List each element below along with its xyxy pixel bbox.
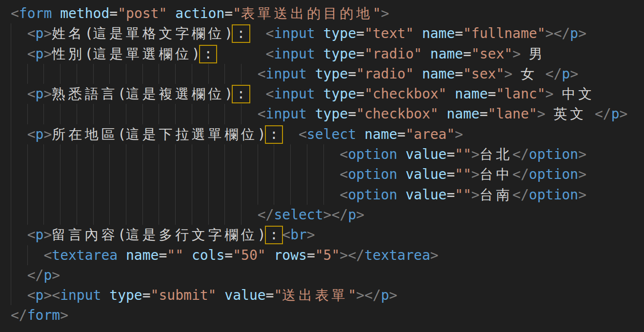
code-token: name <box>422 25 455 41</box>
code-token: " <box>274 287 282 303</box>
code-line[interactable]: </p> <box>11 265 644 285</box>
code-token: value <box>405 146 446 162</box>
code-token: </ <box>512 187 529 203</box>
code-token: > <box>381 5 389 21</box>
code-token: 台南 <box>480 187 512 203</box>
code-token: = <box>109 5 118 21</box>
code-token: input <box>60 287 101 303</box>
code-line[interactable]: <form method="post" action="表單送出的目的地"> <box>11 3 644 23</box>
code-line[interactable]: <p>熟悉語言(這是複選欄位): <input type="checkbox" … <box>11 84 644 104</box>
code-line[interactable]: <textarea name="" cols="50" rows="5"></t… <box>11 245 644 265</box>
code-token: < <box>340 166 348 182</box>
code-token: cols <box>192 247 224 263</box>
code-token <box>167 5 175 21</box>
code-token: "submit" <box>151 287 217 303</box>
code-token <box>118 247 126 263</box>
code-token: "sex" <box>463 66 504 82</box>
code-token: 表單送出的目的地 <box>241 5 373 21</box>
code-line[interactable]: <p>姓名(這是單格文字欄位): <input type="text" name… <box>11 23 644 43</box>
code-line[interactable]: <option value="">台北</option> <box>11 144 644 164</box>
code-token: = <box>446 187 455 203</box>
code-token: ( <box>118 126 126 142</box>
code-token: < <box>266 25 274 41</box>
code-token: name <box>364 126 397 142</box>
code-line[interactable]: <p>所在地區(這是下拉選單欄位): <select name="area"> <box>11 124 644 144</box>
code-token: "post" <box>118 5 167 21</box>
code-token: select <box>274 207 323 223</box>
indent-guides <box>11 104 258 124</box>
code-line[interactable]: <p><input type="submit" value="送出表單"></p… <box>11 285 644 305</box>
code-token: br <box>290 227 307 243</box>
code-token: ( <box>85 46 93 62</box>
code-token: name <box>455 86 487 102</box>
code-token <box>439 106 447 122</box>
code-token: < <box>27 86 36 102</box>
indent-guides <box>11 185 340 205</box>
code-token: name <box>126 247 159 263</box>
code-token: textarea <box>364 247 430 263</box>
code-token: ></ <box>340 247 364 263</box>
code-token: form <box>27 307 60 323</box>
code-token: "" <box>455 187 471 203</box>
code-token: > <box>43 227 52 243</box>
code-token: > <box>389 287 397 303</box>
indent-guides <box>11 64 258 84</box>
code-token: 這是單選欄位 <box>93 46 192 62</box>
code-token: "checkbox" <box>364 86 447 102</box>
code-token: > <box>620 106 628 122</box>
code-token: p <box>43 267 52 283</box>
code-token: </ <box>512 166 529 182</box>
code-token: 所在地區 <box>52 126 118 142</box>
code-token: > <box>578 187 586 203</box>
code-token <box>307 106 315 122</box>
code-token: > <box>471 187 480 203</box>
code-token: name <box>446 106 479 122</box>
indent-guides <box>11 164 340 184</box>
code-token: > <box>43 46 52 62</box>
code-line[interactable]: </select></p> <box>11 205 644 225</box>
code-token: "lane" <box>488 106 537 122</box>
code-token: p <box>36 227 44 243</box>
unicode-highlight-colon: : <box>233 25 249 42</box>
code-token: input <box>266 66 307 82</box>
code-line[interactable]: <input type="checkbox" name="lane"> 英文 <… <box>11 104 644 124</box>
code-token: < <box>282 227 290 243</box>
code-token: = <box>397 126 405 142</box>
code-token: > <box>512 46 521 62</box>
code-token: ( <box>118 227 126 243</box>
code-token <box>356 126 364 142</box>
code-token: 姓名 <box>52 25 84 41</box>
code-line[interactable]: <input type="radio" name="sex"> 女 </p> <box>11 64 644 84</box>
code-token: > <box>504 66 513 82</box>
code-token: 台中 <box>480 166 512 182</box>
code-token: p <box>611 106 620 122</box>
code-token: select <box>307 126 356 142</box>
code-token: </ <box>258 207 274 223</box>
code-token: form <box>19 5 52 21</box>
code-token: ) <box>224 86 233 102</box>
code-token: p <box>381 287 389 303</box>
indent-guides <box>11 285 27 305</box>
code-line[interactable]: <option value="">台南</option> <box>11 185 644 205</box>
code-token <box>282 126 299 142</box>
code-line[interactable]: </form> <box>11 305 644 325</box>
code-token: = <box>488 86 496 102</box>
indent-guides <box>11 124 27 144</box>
code-token: = <box>455 25 463 41</box>
code-token: " <box>348 287 356 303</box>
code-line[interactable]: <option value="">台中</option> <box>11 164 644 184</box>
code-token <box>249 25 266 41</box>
unicode-highlight-colon: : <box>200 46 217 62</box>
code-line[interactable]: <p>留言內容(這是多行文字欄位):<br> <box>11 225 644 245</box>
code-line[interactable]: <p>性別(這是單選欄位): <input type="radio" name=… <box>11 44 644 64</box>
code-token: = <box>348 106 356 122</box>
code-token: = <box>356 46 364 62</box>
code-token: < <box>340 187 348 203</box>
unicode-highlight-colon: : <box>266 227 282 243</box>
code-editor[interactable]: <form method="post" action="表單送出的目的地"><p… <box>0 0 644 332</box>
code-token: "radio" <box>364 46 422 62</box>
code-token: option <box>348 146 397 162</box>
code-token: > <box>455 126 463 142</box>
code-token <box>414 66 422 82</box>
code-token: input <box>266 106 307 122</box>
